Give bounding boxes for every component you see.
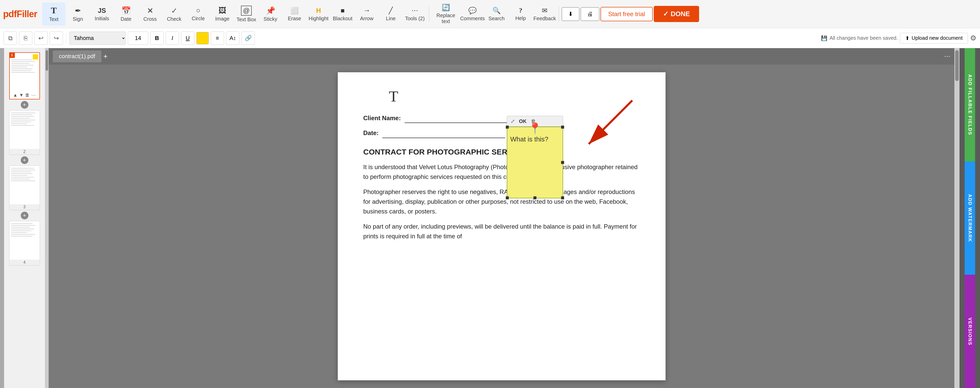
copy-icon-btn[interactable]: ⎘ xyxy=(19,32,32,45)
doc-tab-active[interactable]: contract(1).pdf xyxy=(53,51,102,62)
thumb-up-btn[interactable]: ▲ xyxy=(13,93,18,98)
settings-button[interactable]: ⚙ xyxy=(970,34,977,42)
doc-scrollbar[interactable] xyxy=(955,48,959,388)
doc-page: T Client Name: Date: CONTRACT FOR PHOTOG… xyxy=(338,72,665,380)
layers-icon-btn[interactable]: ⧉ xyxy=(3,32,17,45)
start-trial-button[interactable]: Start free trial xyxy=(600,7,653,21)
text-size-btn[interactable]: A↕ xyxy=(226,32,239,45)
resize-handle-bl[interactable] xyxy=(506,196,509,200)
color-swatch[interactable] xyxy=(196,32,209,44)
upload-document-btn[interactable]: ⬆ Upload new document xyxy=(900,33,968,43)
font-size-input[interactable] xyxy=(128,32,148,45)
tool-search[interactable]: 🔍 Search xyxy=(485,3,508,26)
tool-feedback[interactable]: ✉ Feedback xyxy=(533,3,556,26)
tool-cross[interactable]: ✕ Cross xyxy=(138,3,162,26)
align-btn[interactable]: ≡ xyxy=(211,32,224,45)
tool-sign-label: Sign xyxy=(73,16,83,22)
tool-sticky[interactable]: 📌 Sticky xyxy=(259,3,282,26)
doc-tab-more-btn[interactable]: ⋯ xyxy=(944,53,950,60)
font-family-select[interactable]: Tahoma xyxy=(69,32,126,45)
sticky-pin-icon: 📍 xyxy=(528,122,542,134)
tool-text[interactable]: T Text xyxy=(42,3,65,26)
thumb-more-btn[interactable]: ⋯ xyxy=(31,92,36,98)
tool-help[interactable]: ? Help xyxy=(509,3,532,26)
link-icon: 🔗 xyxy=(245,35,252,42)
tool-text-label: Text xyxy=(49,16,59,22)
redo-icon-btn[interactable]: ↪ xyxy=(50,32,63,45)
print-icon: 🖨 xyxy=(587,11,593,18)
done-checkmark-icon: ✓ xyxy=(663,10,668,18)
sticky-icon: 📌 xyxy=(266,6,275,15)
tool-search-label: Search xyxy=(488,16,504,22)
date-icon: 📅 xyxy=(121,6,131,15)
add-page-btn-3[interactable]: + xyxy=(21,212,29,219)
page-num-3: 3 xyxy=(10,204,40,210)
sidebar-scrollbar[interactable] xyxy=(45,48,49,388)
sticky-note-text[interactable]: What is this? xyxy=(511,135,560,143)
tool-feedback-label: Feedback xyxy=(533,16,556,22)
main-area: 1 ▲ ▼ 🗑 ⋯ + xyxy=(0,48,980,388)
thumb-delete-btn[interactable]: 🗑 xyxy=(25,93,30,98)
tool-textbox-label: Text Box xyxy=(237,17,256,22)
tool-tools[interactable]: ⋯ Tools (2) xyxy=(403,3,426,26)
resize-handle-tl[interactable] xyxy=(506,126,509,129)
initials-icon: JS xyxy=(98,6,106,14)
doc-tab-add-btn[interactable]: + xyxy=(103,52,108,61)
undo-icon-btn[interactable]: ↩ xyxy=(34,32,48,45)
page-thumb-3[interactable]: 3 xyxy=(9,166,40,210)
tool-date[interactable]: 📅 Date xyxy=(115,3,137,26)
italic-btn[interactable]: I xyxy=(166,32,179,45)
bold-btn[interactable]: B xyxy=(150,32,164,45)
tool-arrow[interactable]: → Arrow xyxy=(355,3,378,26)
doc-content: Client Name: Date: CONTRACT FOR PHOTOGRA… xyxy=(363,113,640,241)
page-thumb-4[interactable]: 4 xyxy=(9,221,40,265)
page-num-4: 4 xyxy=(10,260,40,265)
link-btn[interactable]: 🔗 xyxy=(242,32,255,45)
resize-handle-rm[interactable] xyxy=(561,161,564,164)
tools-icon: ⋯ xyxy=(412,6,418,14)
help-icon: ? xyxy=(519,6,522,14)
tool-blackout[interactable]: ■ Blackout xyxy=(331,3,354,26)
settings-icon: ⚙ xyxy=(970,34,977,42)
resize-handle-tr[interactable] xyxy=(561,126,564,129)
sticky-ok-btn[interactable]: OK xyxy=(519,118,527,124)
sticky-move-btn[interactable]: ⤢ xyxy=(509,117,516,125)
page-thumb-2[interactable]: 2 xyxy=(9,110,40,155)
tool-sign[interactable]: ✒ Sign xyxy=(66,3,89,26)
thumb-content-3 xyxy=(10,166,40,204)
tool-comments[interactable]: 💬 Comments xyxy=(461,3,484,26)
add-page-btn-2[interactable]: + xyxy=(21,156,29,164)
tool-highlight[interactable]: H Highlight xyxy=(307,3,330,26)
sidebar-tab-watermark[interactable]: ADD WATERMARK xyxy=(965,161,975,275)
client-name-label: Client Name: xyxy=(363,115,401,121)
line-icon: ╱ xyxy=(389,6,393,14)
thumb-content-4 xyxy=(10,221,40,260)
print-button[interactable]: 🖨 xyxy=(581,7,600,21)
date-line xyxy=(382,137,505,138)
tool-line-label: Line xyxy=(386,16,396,22)
sticky-note-container: ⤢ OK 🗑 📍 What is this? xyxy=(507,116,563,198)
tool-initials[interactable]: JS Initials xyxy=(91,3,113,26)
doc-tab-filename: contract(1).pdf xyxy=(59,53,95,60)
tool-image[interactable]: 🖼 Image xyxy=(211,3,234,26)
resize-handle-bm[interactable] xyxy=(533,196,536,200)
doc-tab-bar: contract(1).pdf + ⋯ xyxy=(49,48,955,65)
tool-replace-text[interactable]: 🔄 Replacetext xyxy=(432,3,460,26)
tool-textbox[interactable]: @ Text Box xyxy=(235,3,258,26)
sticky-note[interactable]: 📍 What is this? xyxy=(507,126,563,198)
add-page-btn-1[interactable]: + xyxy=(21,101,29,109)
page-thumb-1[interactable]: 1 ▲ ▼ 🗑 ⋯ xyxy=(9,52,40,99)
align-icon: ≡ xyxy=(216,35,219,42)
active-page-indicator: 1 xyxy=(9,52,15,58)
tool-erase[interactable]: ⬜ Erase xyxy=(283,3,306,26)
tool-circle[interactable]: ○ Circle xyxy=(187,3,210,26)
resize-handle-br[interactable] xyxy=(561,196,564,200)
underline-btn[interactable]: U xyxy=(181,32,194,45)
thumb-down-btn[interactable]: ▼ xyxy=(19,93,24,98)
download-button[interactable]: ⬇ xyxy=(562,7,579,21)
tool-check[interactable]: ✓ Check xyxy=(162,3,186,26)
tool-line[interactable]: ╱ Line xyxy=(379,3,402,26)
done-button[interactable]: ✓ DONE xyxy=(654,6,699,22)
sidebar-tab-fillable-fields[interactable]: ADD FILLABLE FIELDS xyxy=(965,48,975,161)
sidebar-tab-versions[interactable]: VERSIONS xyxy=(965,275,975,388)
